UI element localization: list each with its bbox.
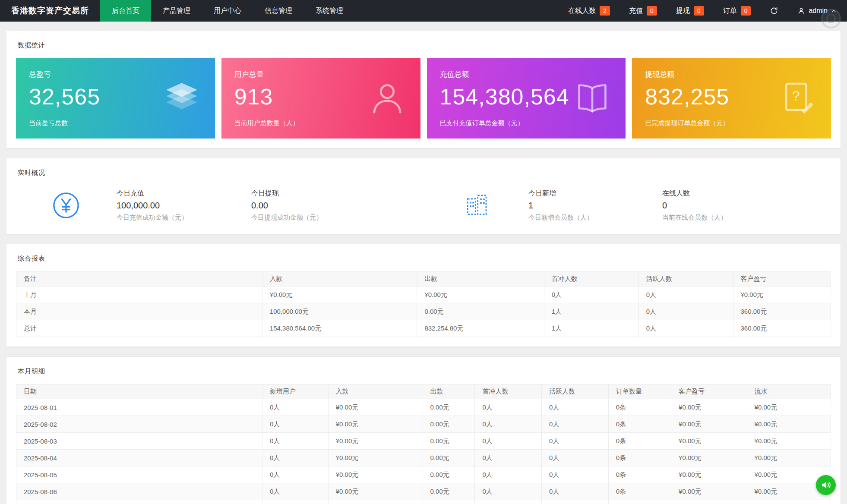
column-header: 入款 — [262, 272, 417, 287]
table-cell: 0人 — [262, 399, 328, 416]
report-panel-title: 综合报表 — [18, 255, 831, 263]
table-cell: 2025-08-02 — [16, 416, 262, 433]
table-row: 2025-08-040人¥0.00元0.00元0人0人0条¥0.00元¥0.00… — [16, 450, 831, 466]
table-row: 2025-08-070人¥0.00元0.00元0人0人0条¥0.00元¥0.00… — [16, 500, 831, 504]
table-cell: 0.00元 — [423, 466, 475, 483]
column-header: 活跃人数 — [638, 272, 733, 287]
table-cell: 0.00元 — [417, 303, 544, 320]
sound-toggle-button[interactable] — [816, 475, 836, 495]
column-header: 客户盈亏 — [671, 384, 747, 399]
refresh-icon[interactable] — [770, 6, 778, 15]
metric-online-members: 在线人数 0 当前在线会员数（人） — [662, 189, 831, 222]
brand-title: 香港数字资产交易所 — [0, 0, 100, 22]
column-header: 出款 — [417, 272, 544, 287]
column-header: 出款 — [423, 384, 475, 399]
counter-label: 在线人数 — [568, 6, 596, 16]
table-cell: 1人 — [544, 303, 638, 320]
table-cell: ¥0.00元 — [733, 287, 831, 303]
nav-counter-online[interactable]: 在线人数 2 — [568, 6, 610, 16]
nav-item-system[interactable]: 系统管理 — [304, 0, 355, 22]
table-row: 2025-08-020人¥0.00元0.00元0人0人0条¥0.00元¥0.00… — [16, 416, 831, 433]
metric-label: 在线人数 — [662, 189, 831, 198]
table-cell: ¥0.00元 — [747, 500, 831, 504]
card-label: 总盈亏 — [29, 69, 202, 79]
table-cell: 0人 — [262, 416, 328, 433]
monthly-table-head: 日期新增用户入款出款首冲人数活跃人数订单数量客户盈亏流水 — [16, 384, 831, 399]
table-cell: 0人 — [544, 287, 638, 303]
table-row: 2025-08-060人¥0.00元0.00元0人0人0条¥0.00元¥0.00… — [16, 483, 831, 500]
table-cell: ¥0.00元 — [417, 287, 544, 303]
metric-label: 今日新增 — [528, 189, 662, 198]
table-cell: 1人 — [544, 320, 638, 337]
table-cell: 0人 — [542, 416, 609, 433]
realtime-metrics-row: 今日充值 100,000.00 今日充值成功金额（元） 今日提现 0.00 今日… — [16, 186, 831, 224]
yen-circle-icon — [52, 191, 80, 220]
metric-today-recharge: 今日充值 100,000.00 今日充值成功金额（元） — [117, 189, 251, 222]
document-question-icon: ? — [779, 80, 816, 117]
table-cell: ¥0.00元 — [262, 287, 417, 303]
navbar-right: 在线人数 2 充值 0 提现 0 订单 0 admin — [568, 0, 847, 22]
column-header: 入款 — [328, 384, 423, 399]
metric-today-withdraw: 今日提现 0.00 今日提现成功金额（元） — [251, 189, 462, 222]
table-cell: 0.00元 — [423, 399, 475, 416]
table-cell: 2025-08-07 — [16, 500, 262, 504]
table-cell: ¥0.00元 — [328, 399, 423, 416]
table-cell: 0.00元 — [423, 500, 475, 504]
table-cell: 0人 — [475, 483, 542, 500]
card-label: 充值总额 — [440, 69, 613, 79]
table-cell: ¥0.00元 — [671, 399, 747, 416]
user-name: admin — [809, 7, 828, 15]
user-menu[interactable]: admin — [797, 7, 837, 15]
nav-item-products[interactable]: 产品管理 — [151, 0, 202, 22]
table-cell: 0人 — [542, 483, 609, 500]
nav-item-info[interactable]: 信息管理 — [253, 0, 304, 22]
nav-counter-orders[interactable]: 订单 0 — [723, 6, 751, 16]
nav-counter-recharge[interactable]: 充值 0 — [629, 6, 657, 16]
column-header: 流水 — [747, 384, 831, 399]
table-cell: 0.00元 — [423, 450, 475, 466]
nav-item-user-center[interactable]: 用户中心 — [202, 0, 253, 22]
table-cell: 0人 — [475, 500, 542, 504]
column-header: 首冲人数 — [544, 272, 638, 287]
card-label: 用户总量 — [234, 69, 408, 79]
table-cell: ¥0.00元 — [328, 416, 423, 433]
table-cell: 2025-08-05 — [16, 466, 262, 483]
table-cell: 0人 — [542, 433, 609, 450]
column-header: 新增用户 — [262, 384, 328, 399]
table-cell: 0人 — [638, 287, 733, 303]
table-cell: 0人 — [262, 466, 328, 483]
monthly-panel-title: 本月明细 — [18, 367, 831, 375]
counter-label: 充值 — [629, 6, 643, 16]
table-cell: ¥0.00元 — [328, 466, 423, 483]
table-cell: ¥0.00元 — [671, 416, 747, 433]
table-cell: ¥0.00元 — [328, 483, 423, 500]
table-cell: 0人 — [475, 416, 542, 433]
table-cell: 0人 — [262, 450, 328, 466]
table-cell: ¥0.00元 — [747, 416, 831, 433]
card-caption: 当前盈亏总数 — [29, 119, 202, 127]
table-cell: 0人 — [262, 483, 328, 500]
table-row: 2025-08-010人¥0.00元0.00元0人0人0条¥0.00元¥0.00… — [16, 399, 831, 416]
stats-panel: 数据统计 总盈亏 32,565 当前盈亏总数 用户总量 913 当前用户总数量（… — [6, 31, 841, 148]
nav-item-dashboard[interactable]: 后台首页 — [100, 0, 151, 22]
metric-today-new-members: 今日新增 1 今日新增会员数（人） — [528, 189, 662, 222]
column-header: 备注 — [16, 272, 262, 287]
table-row: 2025-08-030人¥0.00元0.00元0人0人0条¥0.00元¥0.00… — [16, 433, 831, 450]
metric-value: 0 — [662, 201, 831, 211]
report-table-body: 上月¥0.00元¥0.00元0人0人¥0.00元本月100,000.00元0.0… — [16, 287, 831, 337]
table-cell: ¥0.00元 — [671, 500, 747, 504]
table-cell: 0人 — [262, 433, 328, 450]
metric-value: 1 — [528, 201, 662, 211]
column-header: 订单数量 — [608, 384, 671, 399]
metric-value: 100,000.00 — [117, 201, 251, 211]
counter-label: 订单 — [723, 6, 737, 16]
table-cell: 上月 — [16, 287, 262, 303]
metric-caption: 今日新增会员数（人） — [528, 214, 662, 222]
column-header: 首冲人数 — [475, 384, 542, 399]
table-row: 总计154,380,564.00元832,254.80元1人0人360.00元 — [16, 320, 831, 337]
table-cell: 0人 — [475, 450, 542, 466]
table-cell: 100,000.00元 — [262, 303, 417, 320]
speaker-icon — [820, 479, 831, 491]
nav-counter-withdraw[interactable]: 提现 0 — [676, 6, 704, 16]
table-cell: 0人 — [542, 500, 609, 504]
